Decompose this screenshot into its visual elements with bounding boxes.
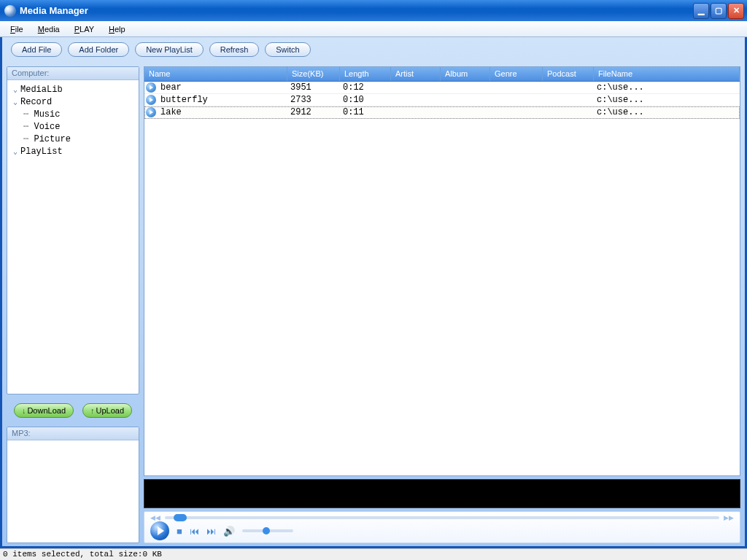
menu-media[interactable]: Media	[32, 23, 66, 35]
titlebar[interactable]: Media Manager ▁ ▢ ✕	[0, 0, 747, 21]
folder-tree: ⌄MediaLib ⌄Record ⋯ Music ⋯ Voice ⋯ Pict…	[7, 80, 139, 160]
tree-item-record[interactable]: ⌄Record	[10, 96, 136, 108]
volume-icon[interactable]: 🔊	[223, 526, 235, 537]
upload-button[interactable]: ↑UpLoad	[82, 403, 132, 418]
seek-thumb[interactable]	[174, 514, 187, 521]
seek-bar[interactable]: ◀◀ ▶▶	[150, 514, 734, 521]
tree-item-picture[interactable]: ⋯ Picture	[10, 133, 136, 145]
expand-icon[interactable]: ⌄	[10, 85, 20, 94]
transfer-actions: ↓DownLoad ↑UpLoad	[7, 399, 139, 422]
new-playlist-button[interactable]: New PlayList	[135, 42, 204, 57]
statusbar: 0 items selected, total size:0 KB	[0, 548, 747, 560]
table-row[interactable]: lake 2912 0:11 c:\use...	[144, 106, 740, 119]
table-row[interactable]: bear 3951 0:12 c:\use...	[144, 82, 740, 94]
media-icon	[146, 95, 156, 105]
download-arrow-icon: ↓	[22, 406, 26, 415]
expand-icon[interactable]: ⌄	[10, 147, 20, 156]
play-button[interactable]	[150, 521, 169, 540]
mp3-panel: MP3:	[7, 427, 139, 543]
mp3-panel-header: MP3:	[7, 427, 139, 440]
col-podcast[interactable]: Podcast	[543, 67, 594, 81]
menu-file[interactable]: File	[4, 23, 29, 35]
refresh-button[interactable]: Refresh	[209, 42, 260, 57]
switch-button[interactable]: Switch	[265, 42, 310, 57]
minimize-button[interactable]: ▁	[693, 3, 709, 19]
prev-track-button[interactable]: ⏮	[190, 526, 199, 537]
player-bar: ◀◀ ▶▶ ■ ⏮ ⏭ 🔊	[144, 511, 740, 543]
volume-slider[interactable]	[242, 529, 293, 532]
close-button[interactable]: ✕	[728, 3, 744, 19]
upload-arrow-icon: ↑	[90, 406, 95, 415]
menu-play[interactable]: PLAY	[69, 23, 100, 35]
grid-header: Name Size(KB) Length Artist Album Genre …	[144, 67, 740, 82]
download-button[interactable]: ↓DownLoad	[14, 403, 74, 418]
content-area: Add File Add Folder New PlayList Refresh…	[0, 37, 747, 548]
seek-fwd-icon[interactable]: ▶▶	[724, 514, 734, 521]
seek-track[interactable]	[165, 516, 719, 519]
col-album[interactable]: Album	[441, 67, 490, 81]
tree-item-playlist[interactable]: ⌄PlayList	[10, 145, 136, 158]
menu-help[interactable]: Help	[103, 23, 131, 35]
collapse-icon[interactable]: ⌄	[10, 98, 20, 106]
media-icon	[146, 107, 156, 117]
col-filename[interactable]: FileName	[594, 67, 740, 81]
tree-item-voice[interactable]: ⋯ Voice	[10, 120, 136, 133]
video-preview	[144, 479, 740, 508]
table-row[interactable]: butterfly 2733 0:10 c:\use...	[144, 94, 740, 106]
col-name[interactable]: Name	[144, 67, 287, 81]
grid-body: bear 3951 0:12 c:\use... butterfly 2733 …	[144, 82, 740, 475]
computer-panel-header: Computer:	[7, 67, 139, 80]
col-length[interactable]: Length	[340, 67, 391, 81]
seek-back-icon[interactable]: ◀◀	[150, 514, 160, 521]
stop-button[interactable]: ■	[177, 526, 182, 537]
app-icon	[4, 5, 16, 17]
volume-thumb[interactable]	[263, 527, 270, 534]
toolbar: Add File Add Folder New PlayList Refresh…	[2, 37, 745, 62]
media-icon	[146, 82, 156, 93]
maximize-button[interactable]: ▢	[711, 3, 727, 19]
col-genre[interactable]: Genre	[490, 67, 543, 81]
tree-item-music[interactable]: ⋯ Music	[10, 108, 136, 120]
tree-item-medialib[interactable]: ⌄MediaLib	[10, 83, 136, 96]
file-grid: Name Size(KB) Length Artist Album Genre …	[144, 66, 740, 476]
col-size[interactable]: Size(KB)	[287, 67, 340, 81]
add-folder-button[interactable]: Add Folder	[68, 42, 129, 57]
next-track-button[interactable]: ⏭	[206, 526, 216, 537]
add-file-button[interactable]: Add File	[11, 42, 62, 57]
col-artist[interactable]: Artist	[391, 67, 441, 81]
computer-panel: Computer: ⌄MediaLib ⌄Record ⋯ Music ⋯ Vo…	[7, 66, 139, 394]
window-title: Media Manager	[20, 5, 693, 16]
menubar: File Media PLAY Help	[0, 21, 747, 37]
